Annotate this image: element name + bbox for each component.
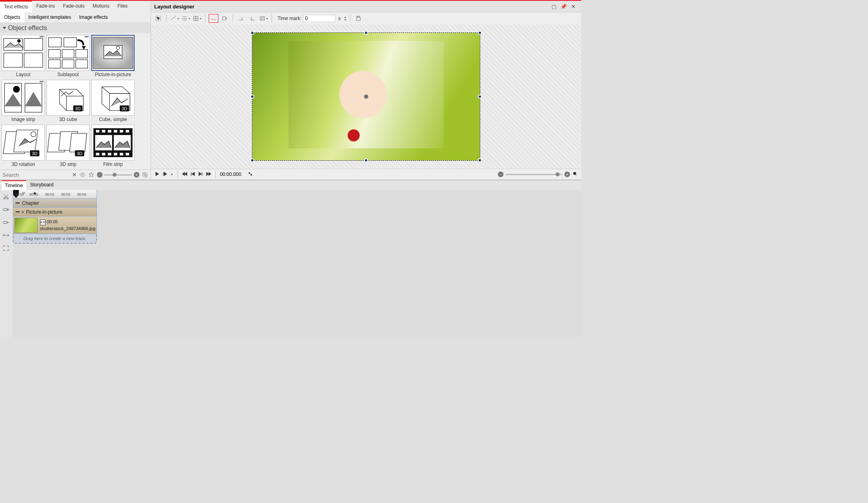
effect-layout[interactable]: Layout xyxy=(2,35,45,78)
timeline[interactable]: ✂ ◆ 00:00 00:01 00:02 00:03 00:04 Chapte… xyxy=(13,190,581,337)
subtab-objects[interactable]: Objects xyxy=(0,12,24,22)
svg-point-30 xyxy=(31,131,36,137)
svg-marker-70 xyxy=(182,172,185,176)
curve-tool-icon[interactable] xyxy=(170,14,179,23)
svg-rect-11 xyxy=(48,60,60,68)
tab-files[interactable]: Files xyxy=(113,1,131,12)
tab-motions[interactable]: Motions xyxy=(89,1,113,12)
svg-line-86 xyxy=(4,194,8,198)
subtab-intelligent-templates[interactable]: Intelligent templates xyxy=(24,12,75,22)
target-icon[interactable] xyxy=(142,172,148,178)
svg-rect-46 xyxy=(102,153,105,155)
canvas-zoom-slider[interactable] xyxy=(506,174,562,175)
time-mark-input[interactable] xyxy=(303,15,335,22)
select-tool-icon[interactable] xyxy=(153,14,163,23)
add-track-icon[interactable] xyxy=(1,204,11,215)
handle-tl[interactable] xyxy=(250,31,254,35)
effect-sublayout[interactable]: Sublayout xyxy=(46,35,90,78)
selection-box[interactable] xyxy=(252,32,480,161)
canvas-zoom-in-icon[interactable]: + xyxy=(564,172,570,177)
grid-tool-icon[interactable] xyxy=(192,14,202,23)
handle-l[interactable] xyxy=(250,95,254,99)
add-frame-icon[interactable] xyxy=(220,14,230,23)
handle-t[interactable] xyxy=(364,31,368,35)
effect-label: 3D strip xyxy=(60,161,76,168)
effect-3d-strip[interactable]: 3D 3D strip xyxy=(46,125,90,168)
pin-icon[interactable]: 📌 xyxy=(559,2,568,10)
track-pip[interactable]: Picture-in-picture xyxy=(13,208,97,216)
svg-rect-48 xyxy=(114,153,117,155)
search-input[interactable] xyxy=(2,172,70,178)
play-options-icon[interactable]: ▼ xyxy=(170,173,173,176)
effects-panel: Text effects Fade-ins Fade-outs Motions … xyxy=(0,1,151,180)
new-track-dropzone[interactable]: Drag here to create a new track. xyxy=(13,234,97,244)
align-tool-icon[interactable] xyxy=(181,14,191,23)
section-title: Object effects xyxy=(8,24,47,32)
layout-designer-panel: Layout designer ▢ 📌 ✕ Time mark: xyxy=(151,1,581,180)
zoom-in-icon[interactable]: + xyxy=(134,172,139,178)
star-icon[interactable] xyxy=(88,172,95,178)
track-handle-icon xyxy=(16,211,20,212)
keyframe-icon[interactable] xyxy=(248,171,253,178)
fit-width-icon[interactable] xyxy=(1,230,11,240)
fit-all-icon[interactable] xyxy=(1,243,11,253)
eye-icon[interactable] xyxy=(79,172,86,178)
zoom-fit-icon[interactable] xyxy=(572,171,578,178)
arrange-icon[interactable] xyxy=(259,14,268,23)
tab-fade-ins[interactable]: Fade-ins xyxy=(32,1,59,12)
path-tool-icon[interactable] xyxy=(209,14,218,23)
forward-icon[interactable] xyxy=(206,171,211,178)
zoom-slider[interactable]: − + xyxy=(97,172,139,178)
handle-tr[interactable] xyxy=(478,31,482,35)
close-icon[interactable]: ✕ xyxy=(568,2,578,10)
effect-image-strip[interactable]: Image strip xyxy=(2,80,45,123)
time-ruler[interactable]: ✂ ◆ 00:00 00:01 00:02 00:03 00:04 xyxy=(13,190,97,199)
tab-storyboard[interactable]: Storyboard xyxy=(27,180,57,190)
rotate-left-icon[interactable] xyxy=(236,14,246,23)
section-header[interactable]: Object effects xyxy=(0,23,151,33)
save-icon[interactable] xyxy=(354,14,363,23)
clear-icon[interactable]: ✕ xyxy=(72,172,77,178)
effect-label: Image strip xyxy=(11,116,35,123)
play-icon[interactable] xyxy=(154,171,160,178)
next-frame-icon[interactable] xyxy=(198,171,203,178)
playhead-time: 00:00.000 xyxy=(220,172,241,177)
tab-fade-outs[interactable]: Fade-outs xyxy=(59,1,89,12)
rewind-icon[interactable] xyxy=(182,171,187,178)
tab-text-effects[interactable]: Text effects xyxy=(0,1,32,12)
effects-grid: Layout Sublayout Picture-in-picture xyxy=(0,33,151,170)
effect-film-strip[interactable]: Film strip xyxy=(91,125,135,168)
cut-tool-icon[interactable] xyxy=(1,192,11,202)
bottom-tabs: Timeline Storyboard xyxy=(0,180,581,190)
svg-line-82 xyxy=(576,174,578,176)
effect-picture-in-picture[interactable]: Picture-in-picture xyxy=(91,35,135,78)
svg-rect-87 xyxy=(4,209,7,211)
maximize-icon[interactable]: ▢ xyxy=(549,2,559,10)
rotate-right-icon[interactable] xyxy=(248,14,257,23)
handle-br[interactable] xyxy=(478,158,482,162)
timeline-clip[interactable]: A B 00:05 shutterstock_248734966.jpg xyxy=(13,216,97,234)
svg-line-85 xyxy=(4,194,8,198)
tab-timeline[interactable]: Timeline xyxy=(2,180,26,190)
canvas[interactable] xyxy=(151,24,581,169)
time-spinner[interactable]: ▲▼ xyxy=(344,16,347,21)
handle-b[interactable] xyxy=(364,158,368,162)
prev-frame-icon[interactable] xyxy=(190,171,195,178)
effect-3d-rotation[interactable]: 3D 3D rotation xyxy=(2,125,45,168)
effect-cube-simple[interactable]: 3D Cube, simple xyxy=(91,80,135,123)
subtab-image-effects[interactable]: Image effects xyxy=(75,12,112,22)
remove-track-icon[interactable] xyxy=(1,217,11,228)
effect-label: Sublayout xyxy=(57,71,79,78)
svg-rect-5 xyxy=(48,38,61,47)
play-from-icon[interactable] xyxy=(162,171,168,178)
zoom-track[interactable] xyxy=(104,174,132,176)
zoom-out-icon[interactable]: − xyxy=(97,172,103,178)
canvas-zoom-out-icon[interactable]: − xyxy=(498,172,503,177)
center-handle[interactable] xyxy=(364,94,369,99)
handle-r[interactable] xyxy=(478,95,482,99)
effect-label: Layout xyxy=(16,71,30,78)
effect-3d-cube[interactable]: 3D 3D cube xyxy=(46,80,90,123)
handle-bl[interactable] xyxy=(250,158,254,162)
svg-rect-1 xyxy=(24,38,43,51)
track-chapter[interactable]: Chapter xyxy=(13,199,97,208)
